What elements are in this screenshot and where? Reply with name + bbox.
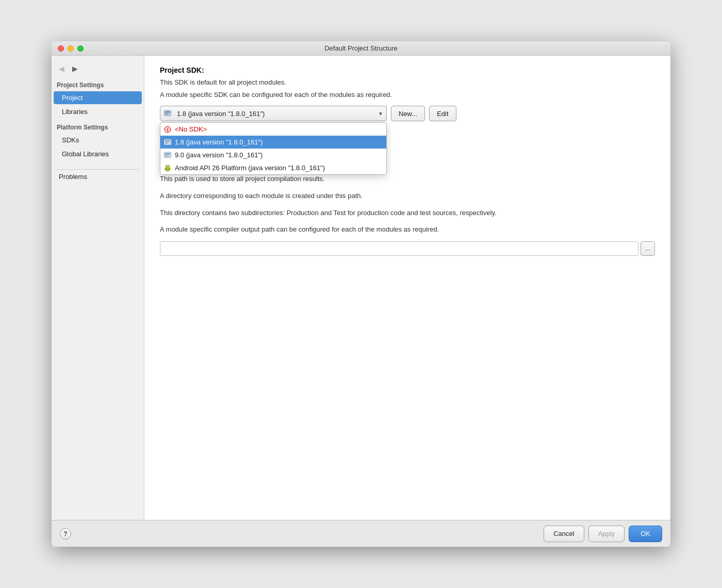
- svg-rect-11: [165, 153, 170, 154]
- dropdown-item-no-sdk[interactable]: ! <No SDK>: [160, 123, 386, 136]
- svg-text:!: !: [167, 127, 169, 133]
- sdk-description-2: A module specific SDK can be configured …: [160, 90, 655, 100]
- svg-line-21: [166, 165, 167, 166]
- sidebar-item-problems-label: Problems: [59, 173, 87, 181]
- compiler-desc-2: A directory corresponding to each module…: [160, 191, 655, 202]
- window-title: Default Project Structure: [324, 44, 398, 52]
- sidebar-item-global-libraries[interactable]: Global Libraries: [54, 148, 142, 160]
- browse-button[interactable]: ...: [641, 241, 655, 256]
- dropdown-item-java90-label: 9.0 (java version "1.8.0_161"): [175, 151, 262, 159]
- dropdown-item-java18-label: 1.8 (java version "1.8.0_161"): [175, 138, 262, 146]
- nav-toolbar: ◀ ▶: [52, 61, 144, 78]
- compiler-desc-1: This path is used to store all project c…: [160, 174, 655, 185]
- compiler-desc-3: This directory contains two subdirectori…: [160, 208, 655, 219]
- back-icon: ◀: [59, 64, 64, 73]
- sidebar-item-sdks-label: SDKs: [62, 136, 79, 144]
- content-area: Project SDK: This SDK is default for all…: [144, 56, 670, 520]
- sidebar-divider: [56, 169, 140, 170]
- edit-sdk-button[interactable]: Edit: [429, 106, 456, 121]
- sidebar-item-project-label: Project: [62, 94, 83, 102]
- svg-rect-3: [165, 115, 168, 116]
- sidebar-item-libraries[interactable]: Libraries: [54, 105, 142, 118]
- dropdown-item-java18[interactable]: 1.8 (java version "1.8.0_161"): [160, 136, 386, 149]
- sdk-section-title: Project SDK:: [160, 66, 655, 74]
- new-sdk-button[interactable]: New...: [391, 106, 425, 121]
- compiler-path-row: ...: [160, 241, 655, 256]
- compiler-desc-4: A module specific compiler output path c…: [160, 224, 655, 235]
- sidebar-item-global-libraries-label: Global Libraries: [62, 150, 109, 158]
- svg-point-20: [168, 166, 169, 167]
- sdk-section: Project SDK: This SDK is default for all…: [160, 66, 655, 142]
- svg-rect-1: [165, 111, 170, 112]
- titlebar: Default Project Structure: [52, 41, 670, 56]
- sdk-dropdown-wrapper: 1.8 (java version "1.8.0_161") ▼ !: [160, 106, 387, 121]
- dropdown-item-java90[interactable]: 9.0 (java version "1.8.0_161"): [160, 149, 386, 161]
- compiler-path-input[interactable]: [160, 241, 638, 256]
- dropdown-item-android26[interactable]: Android API 26 Platform (java version "1…: [160, 161, 386, 174]
- no-sdk-label: <No SDK>: [175, 125, 207, 133]
- sdk-dropdown-popup: ! <No SDK>: [160, 122, 387, 175]
- sdk-selected-icon: [163, 109, 172, 118]
- sidebar-item-problems[interactable]: Problems: [54, 170, 142, 183]
- maximize-button[interactable]: [77, 45, 84, 52]
- cancel-button[interactable]: Cancel: [544, 526, 584, 542]
- no-sdk-icon: !: [163, 125, 172, 134]
- svg-point-19: [167, 166, 167, 167]
- svg-rect-9: [165, 143, 168, 144]
- sidebar-item-libraries-label: Libraries: [62, 108, 88, 116]
- bottom-buttons: Cancel Apply OK: [544, 526, 662, 542]
- sdk-dropdown[interactable]: 1.8 (java version "1.8.0_161") ▼: [160, 106, 387, 121]
- apply-button[interactable]: Apply: [588, 526, 625, 542]
- svg-rect-12: [165, 155, 169, 156]
- back-button[interactable]: ◀: [56, 63, 67, 74]
- project-settings-header: Project Settings: [52, 78, 144, 91]
- sidebar: ◀ ▶ Project Settings Project Libraries P…: [52, 56, 144, 520]
- platform-settings-header: Platform Settings: [52, 119, 144, 133]
- svg-line-22: [169, 165, 170, 166]
- forward-button[interactable]: ▶: [69, 63, 80, 74]
- sidebar-item-sdks[interactable]: SDKs: [54, 134, 142, 146]
- main-window: Default Project Structure ◀ ▶ Project Se…: [52, 41, 670, 547]
- svg-rect-2: [165, 113, 169, 114]
- android26-icon: [163, 164, 172, 172]
- help-button[interactable]: ?: [60, 528, 71, 540]
- java90-icon: [163, 151, 172, 159]
- minimize-button[interactable]: [68, 45, 74, 52]
- svg-rect-13: [165, 156, 168, 157]
- svg-rect-7: [165, 140, 170, 141]
- java18-icon: [163, 138, 172, 146]
- ok-button[interactable]: OK: [629, 526, 662, 542]
- sdk-selected-label: 1.8 (java version "1.8.0_161"): [177, 110, 265, 118]
- close-button[interactable]: [58, 45, 64, 52]
- dropdown-item-android26-label: Android API 26 Platform (java version "1…: [175, 164, 325, 172]
- forward-icon: ▶: [72, 64, 78, 73]
- sdk-description-1: This SDK is default for all project modu…: [160, 77, 655, 88]
- sdk-row: 1.8 (java version "1.8.0_161") ▼ !: [160, 106, 655, 121]
- traffic-lights: [58, 45, 84, 52]
- bottom-bar: ? Cancel Apply OK: [52, 520, 670, 547]
- sidebar-item-project[interactable]: Project: [54, 91, 142, 104]
- dropdown-arrow-icon: ▼: [378, 111, 383, 117]
- main-content: ◀ ▶ Project Settings Project Libraries P…: [52, 56, 670, 520]
- svg-rect-8: [165, 142, 169, 143]
- compiler-section: Project compiler output: This path is us…: [160, 162, 655, 256]
